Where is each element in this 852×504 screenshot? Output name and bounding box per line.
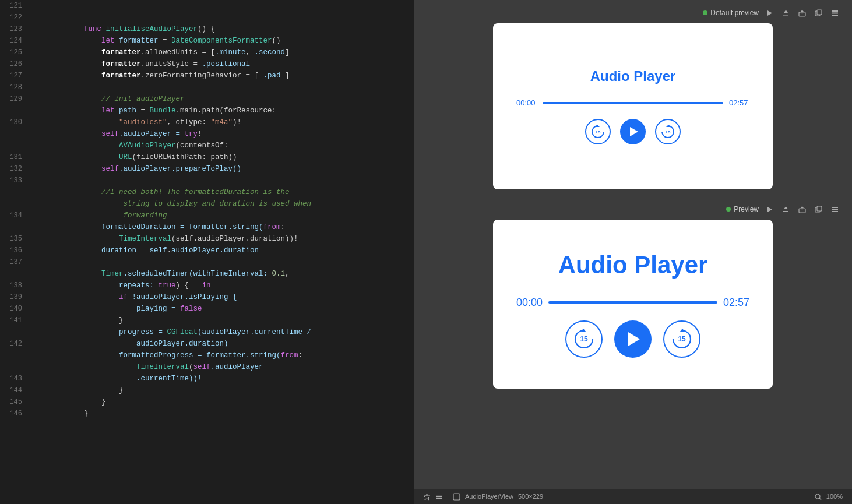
svg-rect-31 <box>436 495 442 495</box>
time-start-1: 00:00 <box>516 98 537 107</box>
line-num: 124 <box>0 35 29 47</box>
code-line-123: 123 let formatter = DateComponentsFormat… <box>0 23 414 35</box>
svg-text:15: 15 <box>678 335 686 343</box>
line-num: 134 <box>0 210 29 221</box>
play-button-1[interactable] <box>620 119 646 144</box>
code-line-124: 124 formatter.allowedUnits = [.minute, .… <box>0 35 414 47</box>
upload-toolbar-icon-2[interactable] <box>780 203 791 215</box>
code-line-128: 128 // init audioPlayer <box>0 82 414 93</box>
forward-button-2[interactable]: 15 <box>663 320 700 358</box>
line-num: 127 <box>0 70 29 82</box>
svg-rect-24 <box>832 209 838 210</box>
line-num: 131 <box>0 151 29 163</box>
view-name: AudioPlayerView <box>465 493 513 500</box>
code-line-137b: repeats: true) { _ in <box>0 268 414 280</box>
zoom-level: 100% <box>826 493 843 500</box>
code-line-142c: .currentTime))! <box>0 361 414 373</box>
rewind-button-1[interactable]: 15 <box>585 119 611 144</box>
svg-rect-25 <box>832 211 838 212</box>
code-line-126: 126 formatter.zeroFormattingBehavior = [… <box>0 58 414 70</box>
controls-row-2: 15 15 <box>565 320 700 358</box>
line-num: 121 <box>0 0 29 12</box>
code-line-142b: TimeInterval(self.audioPlayer <box>0 350 414 361</box>
audio-player-card-2: Audio Player 00:00 02:57 15 <box>493 220 773 389</box>
preview-panel: Default preview Audio Player 00:00 02:57 <box>414 0 852 504</box>
seek-track-1[interactable] <box>543 102 723 104</box>
top-toolbar: Default preview <box>425 5 840 23</box>
code-line-144: 144 } <box>0 385 414 396</box>
duplicate-toolbar-icon-2[interactable] <box>812 203 824 215</box>
code-line-138: 138 if !audioPlayer.isPlaying { <box>0 280 414 291</box>
svg-marker-30 <box>424 494 430 500</box>
time-end-1: 02:57 <box>729 98 749 107</box>
forward-button-1[interactable]: 15 <box>655 119 681 144</box>
upload-toolbar-icon[interactable] <box>780 7 791 19</box>
svg-rect-9 <box>832 12 838 13</box>
line-num: 141 <box>0 315 29 326</box>
code-line-133: 133 //I need both! The formattedDuration… <box>0 175 414 186</box>
line-num: 133 <box>0 175 29 186</box>
code-line-140: 140 } <box>0 303 414 315</box>
play-button-2[interactable] <box>614 320 652 358</box>
line-num: 126 <box>0 58 29 70</box>
default-preview-text: Default preview <box>710 9 759 17</box>
line-num: 136 <box>0 245 29 256</box>
svg-rect-22 <box>817 206 822 211</box>
line-num: 140 <box>0 303 29 315</box>
code-line-141: 141 progress = CGFloat(audioPlayer.curre… <box>0 315 414 326</box>
card-inner-2: Audio Player 00:00 02:57 15 <box>493 220 773 389</box>
more-toolbar-icon-2[interactable] <box>829 203 840 215</box>
svg-rect-23 <box>832 207 838 208</box>
line-num: 137 <box>0 256 29 268</box>
svg-line-36 <box>819 498 821 500</box>
code-line-135: 135 duration = self.audioPlayer.duration <box>0 233 414 245</box>
share-toolbar-icon-2[interactable] <box>796 203 808 215</box>
code-line-129b: "audioTest", ofType: "m4a")! <box>0 105 414 117</box>
line-num: 135 <box>0 233 29 245</box>
play-icon-1 <box>630 127 638 136</box>
code-line-122: 122 func initialiseAudioPlayer() { <box>0 12 414 23</box>
status-divider-1 <box>448 492 448 501</box>
card-inner-1: Audio Player 00:00 02:57 15 <box>493 23 773 189</box>
svg-rect-34 <box>453 494 460 500</box>
play-icon-2 <box>628 332 640 346</box>
code-line-141b: audioPlayer.duration) <box>0 326 414 338</box>
svg-marker-15 <box>767 207 772 212</box>
time-start-2: 00:00 <box>516 297 543 309</box>
view-dimensions: 500×229 <box>518 493 543 500</box>
more-toolbar-icon[interactable] <box>829 7 840 19</box>
svg-rect-33 <box>436 498 442 499</box>
svg-marker-0 <box>767 10 772 16</box>
seek-track-2[interactable] <box>548 301 717 304</box>
rewind-button-2[interactable]: 15 <box>565 320 603 358</box>
svg-text:15: 15 <box>580 335 588 343</box>
code-line-142: 142 formattedProgress = formatter.string… <box>0 338 414 350</box>
share-toolbar-icon[interactable] <box>796 7 808 19</box>
duplicate-toolbar-icon[interactable] <box>812 7 824 19</box>
line-num: 145 <box>0 396 29 408</box>
line-num: 138 <box>0 280 29 291</box>
code-line-121: 121 <box>0 0 414 12</box>
svg-marker-2 <box>784 10 788 13</box>
play-toolbar-icon-2[interactable] <box>763 203 775 215</box>
controls-row-1: 15 15 <box>585 119 681 144</box>
list-icon <box>435 493 443 501</box>
code-line-129: 129 let path = Bundle.main.path(forResou… <box>0 93 414 105</box>
svg-marker-20 <box>801 206 804 208</box>
line-num: 122 <box>0 12 29 23</box>
line-num: 139 <box>0 291 29 303</box>
line-text: } <box>29 396 414 431</box>
svg-rect-16 <box>783 211 788 212</box>
svg-rect-7 <box>817 10 822 15</box>
svg-text:15: 15 <box>596 129 601 135</box>
svg-marker-17 <box>784 206 788 209</box>
code-line-134: 134 formattedDuration = formatter.string… <box>0 210 414 221</box>
play-toolbar-icon[interactable] <box>763 7 775 19</box>
star-icon <box>423 493 431 501</box>
svg-marker-5 <box>801 10 804 12</box>
code-line-130b: AVAudioPlayer(contentsOf: <box>0 128 414 140</box>
line-num: 142 <box>0 338 29 350</box>
line-num: 129 <box>0 93 29 105</box>
status-dot <box>703 10 707 15</box>
time-end-2: 02:57 <box>723 297 749 309</box>
